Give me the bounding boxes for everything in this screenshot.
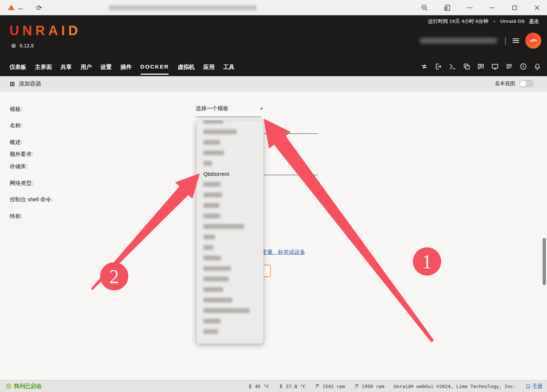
monitor-icon[interactable] [491, 63, 499, 70]
nav-item-tools[interactable]: 工具 [223, 63, 235, 71]
blurred-option-text [203, 329, 218, 334]
os-edition-link[interactable]: 基本 [529, 18, 539, 24]
unraid-logo: UNRAID [9, 23, 81, 38]
template-option-blurred[interactable] [197, 305, 263, 316]
template-option-blurred[interactable] [197, 274, 263, 284]
template-select[interactable]: 选择一个模板 [196, 105, 228, 112]
close-icon[interactable] [532, 3, 542, 13]
grid-icon [9, 81, 15, 87]
template-option-blurred[interactable] [197, 232, 263, 242]
sync-icon[interactable] [420, 63, 428, 70]
blurred-option-text [203, 140, 220, 145]
template-option-blurred[interactable] [197, 200, 263, 211]
book-icon [525, 384, 531, 389]
avatar[interactable] [525, 33, 541, 49]
refresh-icon[interactable]: ⟳ [34, 3, 44, 13]
field-label-repository: 存储库: [10, 163, 28, 170]
logout-icon[interactable] [435, 63, 442, 70]
blurred-option-text [203, 245, 213, 250]
info-icon[interactable]: i [11, 43, 16, 49]
page-title: 添加容器 [19, 80, 41, 88]
svg-text:i: i [13, 44, 14, 48]
template-option-qbittorrent[interactable]: Qbittorrent [197, 169, 263, 179]
minimize-icon[interactable] [487, 3, 497, 13]
copy-icon[interactable] [463, 63, 471, 70]
array-status[interactable]: 阵列已启动 [6, 383, 41, 390]
template-option-blurred[interactable] [197, 120, 263, 127]
blurred-option-text [203, 298, 232, 302]
template-option-blurred[interactable] [197, 158, 263, 169]
uptime-line: 运行时间 19天 4小时 6分钟 • Unraid OS 基本 [428, 18, 539, 25]
nav-item-users[interactable]: 用户 [80, 63, 92, 71]
help-icon[interactable]: ? [519, 63, 527, 70]
template-select-underline [196, 117, 261, 117]
blurred-option-text [203, 224, 244, 229]
template-option-blurred[interactable] [197, 221, 263, 232]
template-option-blurred[interactable] [197, 190, 263, 200]
template-option-blurred[interactable] [197, 263, 263, 274]
template-option-blurred[interactable] [197, 316, 263, 326]
play-circle-icon [6, 383, 12, 389]
dropdown-scrollbar-thumb[interactable] [543, 238, 546, 285]
field-label-name: 名称: [10, 122, 22, 129]
basic-view-label: 基本视图 [495, 81, 515, 87]
template-option-blurred[interactable] [197, 242, 263, 253]
more-icon[interactable] [464, 3, 475, 13]
zoom-out-icon[interactable] [419, 3, 430, 13]
thermometer-stat: 45 °C [248, 384, 269, 389]
page-title-blurred [109, 5, 257, 10]
thermometer-icon [248, 384, 253, 389]
nav-item-dashboard[interactable]: 仪表板 [9, 63, 26, 71]
option-label: Qbittorrent [203, 171, 229, 177]
fan-flag-icon [355, 384, 360, 389]
feedback-icon[interactable] [477, 63, 485, 70]
browser-back-icon[interactable]: ← [16, 3, 26, 13]
fan-flag-icon [315, 384, 320, 389]
manual-label: 手册 [533, 383, 543, 389]
unraid-mark-icon [529, 36, 538, 45]
nav-item-apps[interactable]: 应用 [203, 63, 215, 71]
uptime-text: 运行时间 19天 4小时 6分钟 [428, 18, 488, 24]
log-icon[interactable] [505, 63, 513, 70]
copyright-text: Unraid® webGui ©2024, Lime Technology, I… [394, 384, 516, 389]
field-label-console-shell: 控制台 shell 命令: [10, 196, 53, 203]
template-option-blurred[interactable] [197, 253, 263, 263]
nav-item-docker[interactable]: DOCKER [140, 63, 169, 71]
add-container-form: 模板:名称:概述:额外要求:存储库:网络类型:控制台 shell 命令:特权: … [0, 91, 547, 380]
basic-view-toggle[interactable] [519, 80, 534, 87]
fan-flag-stat: 1542 rpm [315, 384, 345, 389]
blurred-option-text [203, 235, 215, 239]
nav-item-vms[interactable]: 虚拟机 [178, 63, 195, 71]
template-option-blurred[interactable] [197, 284, 263, 295]
nav-item-shares[interactable]: 共享 [61, 63, 72, 71]
template-option-blurred[interactable] [197, 179, 263, 190]
template-option-blurred[interactable] [197, 148, 263, 158]
template-option-blurred[interactable] [197, 295, 263, 305]
chevron-down-icon[interactable]: ▼ [260, 107, 263, 111]
version-number: 6.12.8 [20, 43, 34, 49]
template-option-blurred[interactable] [197, 137, 263, 148]
window-controls [419, 0, 542, 15]
template-option-blurred[interactable] [197, 127, 263, 137]
field-label-overview: 概述: [10, 139, 22, 146]
thermometer-stat: 27.8 °C [278, 384, 306, 389]
find-on-page-icon[interactable] [442, 3, 452, 13]
template-option-blurred[interactable] [197, 211, 263, 221]
blurred-option-text [203, 193, 222, 197]
blurred-option-text [203, 266, 231, 271]
hamburger-icon[interactable] [511, 36, 520, 45]
nav-item-settings[interactable]: 设置 [100, 63, 112, 71]
template-option-blurred[interactable] [197, 326, 263, 337]
add-path-port-variable-link[interactable]: 变量、标签或设备 [262, 249, 305, 256]
notifications-icon[interactable] [534, 63, 541, 70]
array-status-text: 阵列已启动 [14, 383, 41, 390]
nav-item-plugins[interactable]: 插件 [120, 63, 132, 71]
blurred-option-text [203, 277, 229, 281]
manual-link[interactable]: 手册 [525, 383, 543, 389]
field-label-extra-requirements: 额外要求: [10, 151, 33, 158]
nav-item-main[interactable]: 主界面 [35, 63, 52, 71]
blurred-option-text [203, 214, 220, 218]
maximize-icon[interactable] [509, 3, 519, 13]
blurred-option-text [203, 319, 220, 323]
terminal-icon[interactable] [449, 63, 456, 70]
